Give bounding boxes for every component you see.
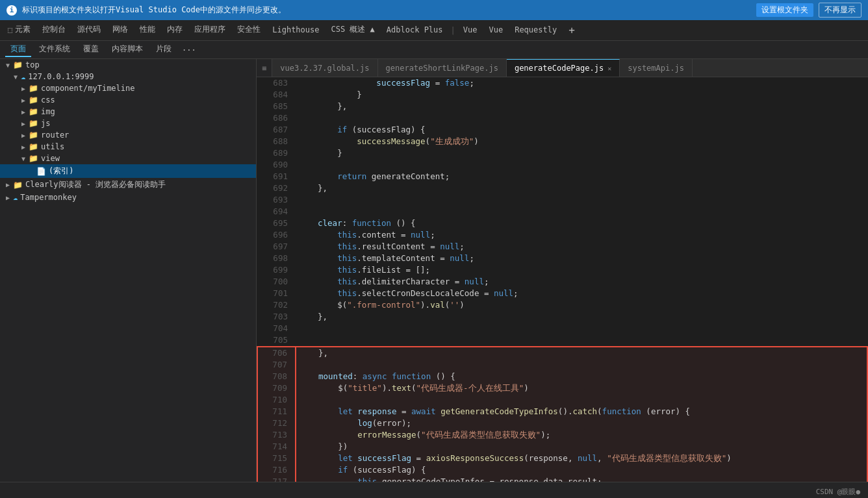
code-line: 693	[257, 194, 867, 206]
tree-item-localhost[interactable]: ▼ ☁ 127.0.0.1:9999	[0, 71, 256, 82]
tab-system-api[interactable]: systemApi.js	[620, 59, 693, 77]
line-code: this.delimiterCharacter = null;	[296, 276, 867, 288]
code-line: 713 errorMessage("代码生成器类型信息获取失败");	[257, 429, 867, 441]
devtools-tab-adblock[interactable]: Adblock Plus	[381, 23, 448, 38]
code-editor[interactable]: 683 successFlag = false;684 }685 },686 6…	[257, 77, 868, 482]
line-number: 689	[257, 147, 296, 159]
line-code: successMessage("生成成功")	[296, 136, 867, 147]
line-code	[296, 194, 867, 206]
file-tabs-bar: ≡ vue3.2.37.global.js generateShortLinkP…	[257, 59, 868, 77]
arrow-icon: ▼	[18, 155, 29, 162]
tree-item-utils[interactable]: ▶ 📁 utils	[0, 141, 256, 153]
line-number: 709	[257, 382, 296, 394]
tree-label: img	[41, 107, 55, 116]
tree-item-index[interactable]: 📄 (索引)	[0, 164, 256, 178]
sub-tab-overrides[interactable]: 覆盖	[78, 42, 104, 57]
code-table: 683 successFlag = false;684 }685 },686 6…	[257, 77, 868, 482]
code-line: 697 this.resultContent = null;	[257, 241, 867, 253]
sub-tab-snippets[interactable]: 片段	[151, 42, 177, 57]
add-tab-button[interactable]: +	[563, 21, 580, 39]
code-line: 698 this.templateContent = null;	[257, 253, 867, 264]
devtools-tab-vue1[interactable]: Vue	[458, 23, 483, 38]
devtools-tab-security[interactable]: 安全性	[232, 21, 266, 39]
tab-short-link[interactable]: generateShortLinkPage.js	[378, 59, 507, 77]
line-number: 687	[257, 124, 296, 136]
tree-item-router[interactable]: ▶ 📁 router	[0, 129, 256, 141]
devtools-tab-performance[interactable]: 性能	[134, 21, 160, 39]
sub-tab-page[interactable]: 页面	[5, 42, 31, 57]
code-line: 700 this.delimiterCharacter = null;	[257, 276, 867, 288]
folder-icon: 📁	[29, 119, 38, 128]
tree-label: (索引)	[49, 166, 73, 177]
info-icon: i	[6, 5, 17, 16]
folder-icon: 📁	[29, 107, 38, 116]
sub-tab-filesystem[interactable]: 文件系统	[34, 42, 75, 57]
more-tabs-button[interactable]: ···	[182, 45, 196, 55]
line-number: 712	[257, 417, 296, 429]
elements-icon: ⬚	[8, 25, 12, 34]
devtools-tab-console[interactable]: 控制台	[37, 21, 71, 39]
line-number: 710	[257, 394, 296, 406]
line-number: 698	[257, 253, 296, 264]
tree-item-top[interactable]: ▼ 📁 top	[0, 59, 256, 71]
line-number: 707	[257, 359, 296, 371]
devtools-tab-vue2[interactable]: Vue	[483, 23, 508, 38]
line-number: 717	[257, 476, 296, 482]
devtools-tab-elements[interactable]: ⬚ 元素	[3, 21, 36, 39]
sub-tab-content-scripts[interactable]: 内容脚本	[107, 42, 148, 57]
line-number: 704	[257, 323, 296, 334]
line-code: mounted: async function () {	[296, 371, 867, 382]
devtools-tab-sources[interactable]: 源代码	[72, 21, 106, 39]
dismiss-button[interactable]: 不再显示	[819, 3, 862, 18]
code-line: 692 },	[257, 182, 867, 194]
tree-item-component[interactable]: ▶ 📁 component/myTimeline	[0, 82, 256, 94]
tree-item-css[interactable]: ▶ 📁 css	[0, 94, 256, 106]
tree-item-tampermonkey[interactable]: ▶ ☁ Tampermonkey	[0, 192, 256, 203]
code-line: 716 if (successFlag) {	[257, 464, 867, 476]
tree-item-view[interactable]: ▼ 📁 view	[0, 153, 256, 164]
tab-close-icon[interactable]: ✕	[607, 65, 611, 72]
watermark-text: CSDN @眼眼●	[816, 487, 860, 497]
folder-icon: 📁	[13, 60, 23, 69]
tree-item-img[interactable]: ▶ 📁 img	[0, 106, 256, 118]
tab-vue-global[interactable]: vue3.2.37.global.js	[272, 59, 377, 77]
toolbar-separator: |	[450, 26, 457, 35]
line-code: }	[296, 147, 867, 159]
folder-icon: 📁	[29, 142, 38, 151]
tree-label: 127.0.0.1:9999	[28, 72, 94, 81]
tree-label: component/myTimeline	[41, 84, 135, 93]
code-line: 685 },	[257, 101, 867, 112]
line-number: 715	[257, 453, 296, 464]
devtools-tab-requestly[interactable]: Requestly	[509, 23, 562, 38]
devtools-tab-css[interactable]: CSS 概述 ▲	[326, 21, 379, 39]
line-number: 684	[257, 89, 296, 101]
devtools-tab-lighthouse[interactable]: Lighthouse	[267, 23, 324, 38]
line-code: successFlag = false;	[296, 77, 867, 89]
arrow-icon: ▶	[18, 143, 29, 151]
devtools-tab-memory[interactable]: 内存	[162, 21, 188, 39]
code-line: 702 $(".form-control").val('')	[257, 299, 867, 311]
tree-item-js[interactable]: ▶ 📁 js	[0, 118, 256, 129]
tab-file-selector[interactable]: ≡	[257, 59, 272, 77]
code-line: 717 this.generateCodeTypeInfos = respons…	[257, 476, 867, 482]
line-code	[296, 334, 867, 347]
line-number: 716	[257, 464, 296, 476]
folder-icon: 📁	[13, 181, 23, 190]
sub-toolbar: 页面 文件系统 覆盖 内容脚本 片段 ···	[0, 41, 868, 59]
line-number: 714	[257, 441, 296, 453]
line-code: },	[296, 347, 867, 359]
line-number: 711	[257, 406, 296, 417]
devtools-toolbar: ⬚ 元素 控制台 源代码 网络 性能 内存 应用程序 安全性 Lighthous…	[0, 20, 868, 41]
code-line: 710	[257, 394, 867, 406]
line-number: 696	[257, 229, 296, 241]
set-folder-button[interactable]: 设置根文件夹	[756, 3, 813, 17]
file-tree-panel: ▼ 📁 top ▼ ☁ 127.0.0.1:9999 ▶ 📁 component…	[0, 59, 257, 482]
devtools-tab-network[interactable]: 网络	[107, 21, 133, 39]
line-code	[296, 323, 867, 334]
tab-generate-code[interactable]: generateCodePage.js ✕	[507, 59, 620, 77]
devtools-tab-application[interactable]: 应用程序	[189, 21, 231, 39]
tree-item-clearly[interactable]: ▶ 📁 Clearly阅读器 - 浏览器必备阅读助手	[0, 178, 256, 192]
code-line: 715 let successFlag = axiosResponseSucce…	[257, 453, 867, 464]
line-number: 692	[257, 182, 296, 194]
line-number: 695	[257, 218, 296, 229]
